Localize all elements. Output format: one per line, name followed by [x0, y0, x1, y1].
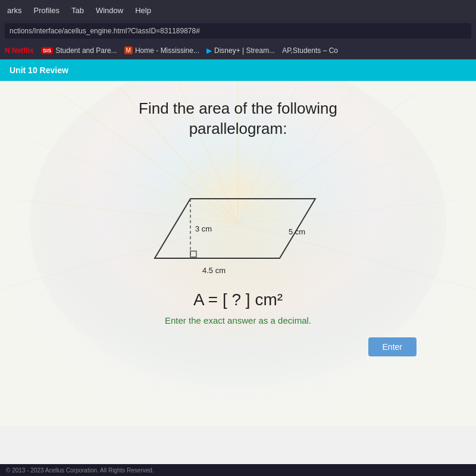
- question-line1: Find the area of the following: [139, 99, 337, 117]
- hint-text: Enter the exact answer as a decimal.: [165, 315, 311, 325]
- menu-bar: arks Profiles Tab Window Help: [0, 0, 476, 20]
- diagram-container: 3 cm 5 cm 4.5 cm: [131, 157, 345, 278]
- browser-chrome: nctions/Interface/acellus_engine.html?Cl…: [0, 20, 476, 42]
- home-icon: M: [124, 46, 133, 54]
- bookmark-disney[interactable]: ▶ Disney+ | Stream...: [206, 46, 275, 55]
- bookmark-home[interactable]: M Home - Mississine...: [124, 46, 199, 55]
- question-text: Find the area of the following parallelo…: [139, 99, 337, 139]
- unit-header: Unit 10 Review: [0, 60, 476, 81]
- disney-icon: ▶: [206, 46, 212, 55]
- bookmark-ap[interactable]: AP,Students – Co: [282, 46, 338, 55]
- bookmark-sis[interactable]: SIS Student and Pare...: [41, 46, 117, 55]
- url-bar[interactable]: nctions/Interface/acellus_engine.html?Cl…: [5, 23, 471, 39]
- menu-help[interactable]: Help: [135, 6, 151, 15]
- bookmark-netflix[interactable]: N Netflix: [5, 46, 34, 55]
- bookmarks-bar: N Netflix SIS Student and Pare... M Home…: [0, 42, 476, 60]
- base-label: 4.5 cm: [202, 266, 226, 275]
- enter-button-container: Enter: [60, 337, 416, 356]
- svg-text:3 cm: 3 cm: [195, 224, 212, 233]
- menu-profiles[interactable]: Profiles: [34, 6, 60, 15]
- formula-text: A = [ ? ] cm²: [193, 290, 283, 309]
- url-text: nctions/Interface/acellus_engine.html?Cl…: [10, 27, 200, 35]
- svg-text:4.5 cm: 4.5 cm: [202, 266, 226, 275]
- sis-badge: SIS: [41, 47, 54, 54]
- status-text: © 2013 - 2023 Acellus Corporation. All R…: [6, 467, 154, 474]
- status-bar: © 2013 - 2023 Acellus Corporation. All R…: [0, 464, 476, 476]
- svg-rect-16: [190, 251, 196, 257]
- hint-label: Enter the exact answer as a decimal.: [165, 315, 311, 325]
- svg-text:5 cm: 5 cm: [289, 227, 305, 236]
- menu-window[interactable]: Window: [96, 6, 123, 15]
- height-label: 3 cm: [195, 224, 212, 233]
- browser-content: Unit 10 Review: [0, 60, 476, 464]
- menu-tab[interactable]: Tab: [71, 6, 84, 15]
- enter-button[interactable]: Enter: [368, 337, 416, 356]
- formula-area: A = [ ? ] cm²: [193, 290, 283, 309]
- question-line2: parallelogram:: [189, 120, 287, 137]
- side-label: 5 cm: [289, 227, 305, 236]
- question-area: Find the area of the following parallelo…: [0, 81, 476, 426]
- parallelogram-diagram: 3 cm 5 cm 4.5 cm: [131, 157, 345, 276]
- unit-header-text: Unit 10 Review: [10, 65, 68, 75]
- menu-arks[interactable]: arks: [7, 6, 22, 15]
